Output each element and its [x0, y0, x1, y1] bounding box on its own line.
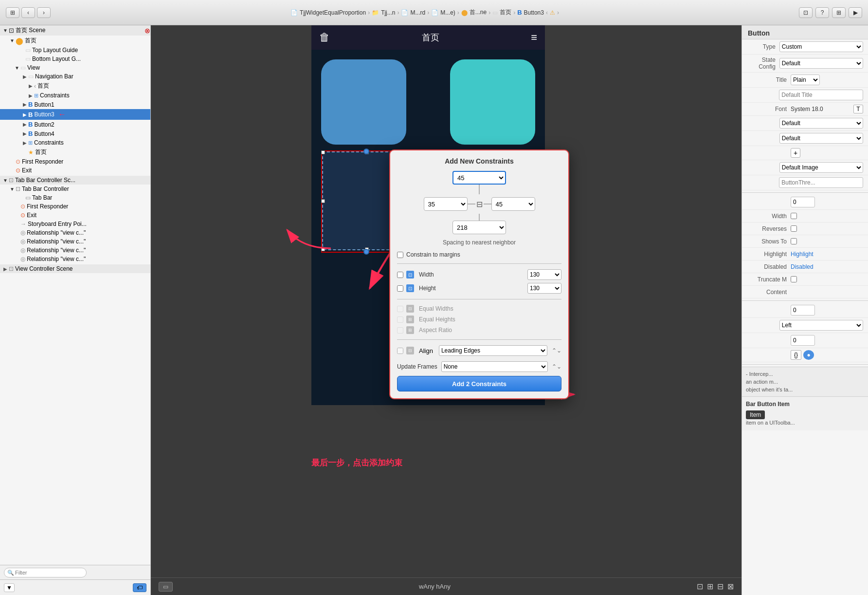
view-btn[interactable]: ⊡ — [799, 7, 813, 18]
braces-btn[interactable]: {} — [791, 350, 801, 360]
breadcrumb-scene[interactable]: 首...ne — [470, 8, 487, 17]
bottom-v-line — [479, 214, 480, 221]
tree-item-btn4[interactable]: ▶ B Button4 — [0, 129, 150, 138]
disabled-label: Disabled — [747, 263, 791, 270]
tree-item-btn1[interactable]: ▶ B Button1 — [0, 100, 150, 109]
tree-item-view[interactable]: ▼ ▭ View — [0, 63, 150, 72]
handle-tl — [321, 150, 325, 154]
add-constraints-button[interactable]: Add 2 Constraints — [397, 376, 561, 391]
breadcrumb-mrd[interactable]: M...rd — [410, 9, 425, 16]
reverses-checkbox[interactable] — [791, 225, 797, 232]
constrain-margins-cb[interactable] — [397, 252, 403, 258]
right-spacing-select[interactable]: 45 — [491, 197, 535, 211]
tree-label-btn4: Button4 — [34, 130, 54, 137]
bottom-spacing-select[interactable]: 218 — [452, 221, 506, 234]
tree-item-responder1[interactable]: ⊙ First Responder — [0, 157, 150, 166]
tree-item-toplayout[interactable]: ▭ Top Layout Guide — [0, 46, 150, 55]
color1-select[interactable]: Default — [779, 118, 863, 129]
truncate-checkbox[interactable] — [791, 276, 797, 282]
bottom-tag-btn[interactable]: 🏷 — [133, 583, 146, 592]
canvas-tool-4[interactable]: ⊠ — [727, 582, 734, 591]
top-spacing-select[interactable]: 45 — [452, 171, 506, 185]
play-btn[interactable]: ▶ — [849, 7, 862, 18]
h-line-left — [468, 204, 475, 205]
align-arrows: ⌃⌄ — [552, 347, 561, 354]
tree-item-scene1[interactable]: ▼ ⊡ 首页 Scene ⊗ — [0, 25, 150, 36]
inspector-plus-btn[interactable]: + — [791, 148, 800, 158]
equal-widths-cb — [397, 306, 403, 312]
width-checkbox[interactable] — [791, 213, 797, 219]
tree-item-constraints0[interactable]: ▶ ⊞ Constraints — [0, 91, 150, 100]
back-btn[interactable]: ‹ — [21, 7, 35, 18]
handle-ml — [321, 199, 325, 203]
align-cb[interactable] — [397, 348, 403, 354]
tree-item-exit1[interactable]: ⊙ Exit — [0, 166, 150, 175]
handle-bl — [321, 247, 325, 251]
tree-item-tabscene[interactable]: ▼ ⊡ Tab Bar Controller Sc... — [0, 176, 150, 185]
title-style-select[interactable]: Plain — [791, 74, 820, 85]
image-select[interactable]: Default Image — [779, 162, 863, 173]
breadcrumb-tjjn[interactable]: Tjj...n — [381, 9, 395, 16]
tree-item-btn2[interactable]: ▶ B Button2 — [0, 120, 150, 129]
font-edit-btn[interactable]: T — [853, 105, 863, 113]
tree-item-rel3[interactable]: ◎ Relationship "view c..." — [0, 246, 150, 255]
width-cb[interactable] — [397, 272, 403, 278]
shows-checkbox[interactable] — [791, 238, 797, 244]
phone-navbar: 🗑 首页 ≡ — [311, 25, 545, 50]
align-select[interactable]: Left — [779, 320, 863, 331]
tree-label-view: View — [27, 64, 40, 71]
tree-item-homepage[interactable]: ▼ ⬤ 首页 — [0, 36, 150, 46]
tree-item-navhome[interactable]: ▶ ‹ 首页 — [0, 81, 150, 91]
breadcrumb-view[interactable]: 首页 — [500, 8, 511, 17]
color2-select[interactable]: Default — [779, 133, 863, 144]
inspector-braces-row: {} ● — [742, 348, 868, 362]
default-title-input[interactable] — [779, 90, 863, 100]
update-frames-select[interactable]: None — [441, 361, 548, 372]
tree-item-constraints1[interactable]: ▶ ⊞ Constraints — [0, 138, 150, 147]
tree-item-vcscene[interactable]: ▶ ⊡ View Controller Scene — [0, 264, 150, 273]
bottom-minus-btn[interactable]: ▼ — [4, 583, 15, 592]
tree-item-responder2[interactable]: ⊙ First Responder — [0, 202, 150, 211]
grid-btn[interactable]: ⊞ — [6, 7, 19, 18]
breadcrumb-project[interactable]: TjjWidgetEqualProportion — [300, 9, 366, 16]
breadcrumb-me[interactable]: M...e) — [440, 9, 455, 16]
height-value-select[interactable]: 130 — [527, 283, 561, 294]
tree-item-rel2[interactable]: ◎ Relationship "view c..." — [0, 237, 150, 246]
forward-btn[interactable]: › — [37, 7, 51, 18]
canvas-area[interactable]: 🗑 首页 ≡ — [151, 25, 741, 577]
tree-label-vcscene: View Controller Scene — [15, 265, 73, 272]
breadcrumb-button3[interactable]: Button3 — [524, 9, 544, 16]
tree-item-tabbar[interactable]: ▭ Tab Bar — [0, 193, 150, 202]
num-input[interactable] — [791, 197, 815, 207]
tree-item-exit2[interactable]: ⊙ Exit — [0, 211, 150, 220]
tree-item-rel4[interactable]: ◎ Relationship "view c..." — [0, 255, 150, 263]
tree-item-tabctrl[interactable]: ▼ ⊡ Tab Bar Controller — [0, 185, 150, 193]
tree-item-btn3[interactable]: ▶ B Button3 ← — [0, 109, 150, 120]
canvas-tool-2[interactable]: ⊞ — [707, 582, 713, 591]
navbar-menu-icon: ≡ — [531, 31, 537, 44]
tree-item-storyboard[interactable]: → Storyboard Entry Poi... — [0, 220, 150, 228]
state-select[interactable]: Default — [779, 58, 863, 69]
help-btn[interactable]: ? — [815, 7, 829, 18]
type-select[interactable]: Custom — [779, 41, 863, 52]
tree-label-btn2: Button2 — [34, 121, 54, 128]
tree-item-bottomlayout[interactable]: ▭ Bottom Layout G... — [0, 55, 150, 63]
tree-arrow-btn4: ▶ — [21, 131, 28, 136]
canvas-tool-1[interactable]: ⊡ — [697, 582, 703, 591]
tree-item-rel1[interactable]: ◎ Relationship "view c..." — [0, 228, 150, 237]
canvas-tool-3[interactable]: ⊟ — [717, 582, 723, 591]
num3-input[interactable] — [791, 335, 815, 346]
filter-input[interactable] — [4, 568, 87, 577]
align-value-select[interactable]: Leading Edges — [439, 345, 547, 356]
panels-btn[interactable]: ⊞ — [832, 7, 846, 18]
height-cb[interactable] — [397, 285, 403, 292]
width-label-r: Width — [747, 213, 791, 220]
bg-input[interactable] — [779, 177, 863, 188]
num2-input[interactable] — [791, 305, 815, 316]
left-spacing-select[interactable]: 35 — [424, 197, 468, 211]
view-mode-btn[interactable]: ▭ — [159, 582, 173, 592]
tree-item-navbar[interactable]: ▶ ▭ Navigation Bar — [0, 72, 150, 81]
width-value-select[interactable]: 130 — [527, 269, 561, 280]
tree-label-rel3: Relationship "view c..." — [27, 247, 86, 254]
tree-item-homestar[interactable]: ★ 首页 — [0, 147, 150, 157]
